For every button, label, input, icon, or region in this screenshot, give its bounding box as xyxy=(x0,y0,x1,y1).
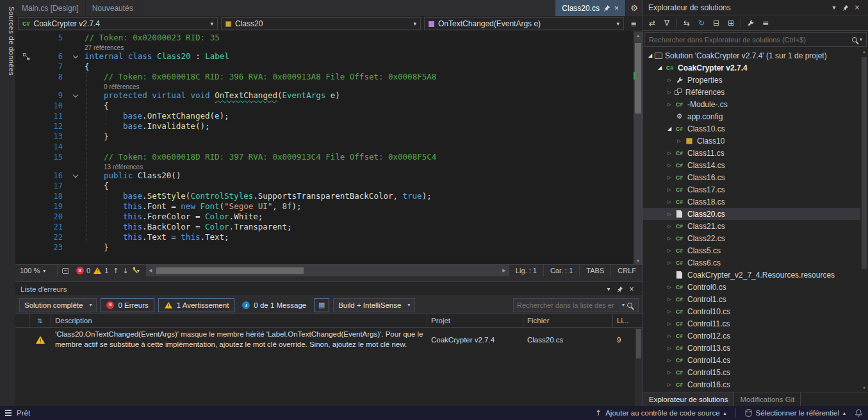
properties-wrench-icon[interactable] xyxy=(744,17,757,29)
collapsed-arrow-icon[interactable]: ▷ xyxy=(665,321,674,326)
codelens-references[interactable]: 27 références xyxy=(85,44,124,51)
errors-filter-button[interactable]: × 0 Erreurs xyxy=(101,298,154,312)
window-position-icon[interactable]: ▾ xyxy=(828,4,840,11)
navbar-options-icon[interactable]: ≣ xyxy=(627,20,640,28)
vertical-scrollbar[interactable]: ▲ ▼ xyxy=(634,31,643,264)
tree-item[interactable]: ▷C#Class14.cs xyxy=(643,159,868,171)
horizontal-scrollbar[interactable]: ◀ ▶ xyxy=(146,265,509,276)
tree-item[interactable]: ▷C#Class5.cs xyxy=(643,244,868,256)
class-dropdown[interactable]: Class20 ▾ xyxy=(221,17,421,30)
tree-item[interactable]: ▷Class20.cs xyxy=(643,208,868,220)
code-text[interactable]: base.OnTextChanged(e); xyxy=(82,111,634,121)
tree-item[interactable]: ▷C#Control15.cs xyxy=(643,366,868,378)
code-text[interactable]: } xyxy=(82,242,634,253)
collapsed-arrow-icon[interactable]: ▷ xyxy=(665,333,674,339)
tree-item[interactable]: ▷C#Class22.cs xyxy=(643,232,868,244)
tree-item[interactable]: ⚙app.config xyxy=(643,110,868,122)
close-icon[interactable]: × xyxy=(614,4,619,13)
background-tasks-icon[interactable] xyxy=(5,410,12,411)
notifications-bell-icon[interactable] xyxy=(855,408,863,417)
scroll-down-icon[interactable]: ▼ xyxy=(860,384,868,392)
collapsed-arrow-icon[interactable]: ▷ xyxy=(665,224,674,229)
warnings-filter-button[interactable]: 1 Avertissement xyxy=(158,298,235,312)
collapsed-arrow-icon[interactable]: ▷ xyxy=(665,187,674,192)
code-text[interactable]: } xyxy=(82,131,634,142)
tree-item[interactable]: ▷C#Control16.cs xyxy=(643,378,868,391)
tree-item[interactable]: ▷C#Class17.cs xyxy=(643,183,868,196)
column-header[interactable]: Fichier xyxy=(523,314,613,327)
scrollbar-thumb[interactable] xyxy=(636,329,641,358)
collapsed-arrow-icon[interactable]: ▷ xyxy=(665,297,674,302)
collapsed-arrow-icon[interactable]: ▷ xyxy=(665,175,674,180)
zoom-selector[interactable]: 100 % ▾ xyxy=(15,265,58,276)
collapsed-arrow-icon[interactable]: ▷ xyxy=(665,90,674,95)
tree-item[interactable]: ▷C#Class18.cs xyxy=(643,196,868,208)
tree-item[interactable]: ▷C#-Module-.cs xyxy=(643,98,868,110)
next-issue-icon[interactable]: ↓ xyxy=(120,267,130,275)
fold-chevron-icon[interactable] xyxy=(73,92,78,97)
document-tab[interactable]: Nouveautés xyxy=(86,0,140,16)
collapsed-arrow-icon[interactable]: ▷ xyxy=(665,212,674,217)
error-list-search-box[interactable]: ▾ xyxy=(513,298,639,312)
scrollbar-thumb[interactable] xyxy=(635,43,641,113)
tree-item[interactable]: ▷C#Control12.cs xyxy=(643,330,868,342)
pin-icon[interactable] xyxy=(603,4,610,12)
code-editor[interactable]: 5// Token: 0x02000023 RID: 3527 référenc… xyxy=(15,31,643,264)
panel-splitter[interactable] xyxy=(15,276,643,281)
window-position-icon[interactable]: ▾ xyxy=(603,285,614,292)
solution-search-box[interactable]: ▾ xyxy=(644,32,867,47)
member-dropdown[interactable]: OnTextChanged(EventArgs e) ▾ xyxy=(424,17,624,30)
tabs-indicator[interactable]: TABS xyxy=(579,265,610,276)
code-text[interactable]: { xyxy=(82,101,634,111)
tree-item[interactable]: ◢C#Class10.cs xyxy=(643,122,868,135)
tree-item[interactable]: ▷C#Control10.cs xyxy=(643,305,868,317)
scope-dropdown[interactable]: Solution complète ▾ xyxy=(19,298,97,312)
tree-item[interactable]: ▷C#Control1.cs xyxy=(643,293,868,305)
collapsed-arrow-icon[interactable]: ▷ xyxy=(665,370,674,375)
tree-item[interactable]: ▷Class10 xyxy=(643,135,868,147)
column-header[interactable]: Description xyxy=(51,314,427,327)
panel-tab[interactable]: Modifications Git xyxy=(734,392,801,406)
collapsed-arrow-icon[interactable]: ▷ xyxy=(665,358,674,363)
view-code-icon[interactable]: ≡ xyxy=(759,17,772,29)
code-text[interactable]: 27 références xyxy=(82,43,634,51)
switch-views-icon[interactable]: ⇄ xyxy=(646,17,659,29)
collapsed-arrow-icon[interactable]: ▷ xyxy=(665,199,674,205)
code-text[interactable]: this.Font = new Font("Segoe UI", 8f); xyxy=(82,201,634,212)
refresh-icon[interactable]: ↻ xyxy=(695,17,708,29)
tree-item[interactable]: ▷C#Control11.cs xyxy=(643,317,868,330)
data-sources-vertical-tab[interactable]: Sources de données xyxy=(0,1,15,81)
error-list-row[interactable]: 'Class20.OnTextChanged(EventArgs)' masqu… xyxy=(15,328,643,351)
close-icon[interactable]: × xyxy=(626,285,637,292)
messages-filter-button[interactable]: i 0 de 1 Message xyxy=(238,301,310,309)
scrollbar-thumb[interactable] xyxy=(862,57,867,269)
collapse-all-icon[interactable]: ⊟ xyxy=(710,17,723,29)
code-text[interactable]: public Class20() xyxy=(82,171,634,181)
collapsed-arrow-icon[interactable]: ▷ xyxy=(665,248,674,253)
code-text[interactable]: // Token: 0x0600018C RID: 396 RVA: 0x000… xyxy=(82,72,634,82)
tree-item[interactable]: ▷Références xyxy=(643,86,868,98)
scrollbar-thumb[interactable] xyxy=(156,267,304,274)
code-text[interactable]: 0 références xyxy=(82,82,634,90)
tab-class20[interactable]: Class20.cs × xyxy=(555,0,626,16)
tree-item[interactable]: CoakCrypter_v2_7_4.Resources.resources xyxy=(643,269,868,281)
error-list-search-input[interactable] xyxy=(517,301,619,309)
code-cleanup-button[interactable]: ▾ xyxy=(131,267,143,274)
collapsed-arrow-icon[interactable]: ▷ xyxy=(665,163,674,168)
panel-tab[interactable]: Explorateur de solutions xyxy=(643,392,734,406)
expanded-arrow-icon[interactable]: ◢ xyxy=(655,65,664,71)
fold-chevron-icon[interactable] xyxy=(73,172,78,178)
expanded-arrow-icon[interactable]: ◢ xyxy=(665,126,674,131)
scroll-up-icon[interactable]: ▲ xyxy=(860,48,868,56)
eol-indicator[interactable]: CRLF xyxy=(610,265,643,276)
code-text[interactable]: { xyxy=(82,181,634,191)
vertical-scrollbar[interactable] xyxy=(635,328,643,406)
project-dropdown[interactable]: C# CoakCrypter v2.7.4 ▾ xyxy=(18,17,218,30)
source-dropdown[interactable]: Build + IntelliSense ▾ xyxy=(333,298,415,312)
code-text[interactable]: { xyxy=(82,62,634,72)
code-text[interactable]: // Token: 0x02000023 RID: 35 xyxy=(82,33,634,43)
solution-search-input[interactable] xyxy=(649,36,852,44)
collapsed-arrow-icon[interactable]: ▷ xyxy=(665,382,674,387)
code-text[interactable]: base.SetStyle(ControlStyles.SupportsTran… xyxy=(82,191,634,201)
severity-column-header[interactable]: ⇅ xyxy=(29,314,51,327)
